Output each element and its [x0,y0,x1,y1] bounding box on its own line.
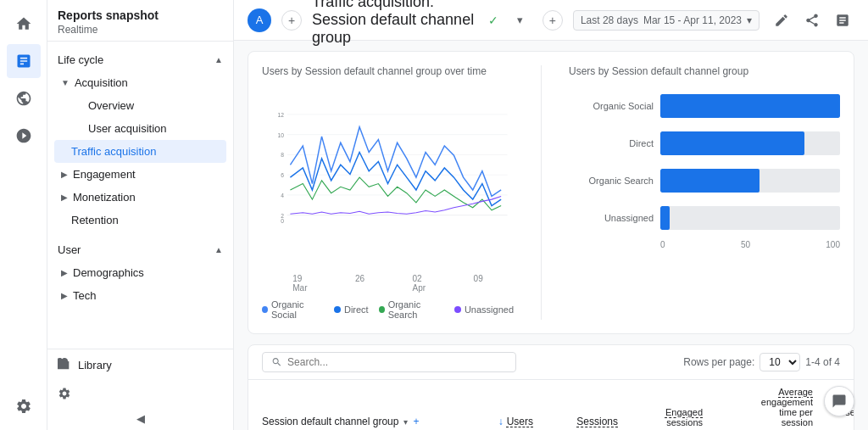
rows-per-page: Rows per page: 10 25 50 1-4 of 4 [683,353,840,371]
add-view-button[interactable]: + [281,10,302,31]
user-section[interactable]: User ▲ [47,238,233,261]
search-icon [271,356,282,368]
col-header-avg[interactable]: Average engagement time per session [703,387,813,427]
bar-x-0: 0 [660,240,665,249]
feedback-button[interactable] [824,386,854,416]
bar-label-organic-search: Organic Search [569,176,654,186]
sidebar: Reports snapshot Realtime Life cycle ▲ ▼… [47,0,234,430]
explore-icon[interactable] [7,81,41,115]
col-header-users[interactable]: ↓ Users [448,416,533,427]
advertising-icon[interactable] [7,119,41,153]
collapse-sidebar-button[interactable]: ◀ [47,407,233,430]
bar-row-organic-search: Organic Search [569,169,840,193]
col-header-engaged[interactable]: Engaged sessions [618,407,703,427]
sidebar-item-retention[interactable]: Retention [47,209,233,232]
date-range-picker[interactable]: Last 28 days Mar 15 - Apr 11, 2023 ▾ [573,10,760,31]
bar-fill-organic-social [660,94,840,118]
bar-row-unassigned: Unassigned [569,206,840,230]
avatar-button[interactable]: A [248,8,271,32]
pagination-info: 1-4 of 4 [805,356,840,368]
bar-track-organic-social [660,94,840,118]
sidebar-item-acquisition[interactable]: ▼ Acquisition [47,71,233,94]
sidebar-item-traffic-acquisition[interactable]: Traffic acquisition [54,140,226,163]
sidebar-settings[interactable] [47,380,233,407]
svg-text:10: 10 [278,132,285,138]
bar-fill-direct [660,131,804,155]
sidebar-subtitle: Realtime [58,24,223,36]
home-icon[interactable] [7,7,41,41]
search-box[interactable] [262,352,516,372]
sidebar-item-monetization[interactable]: ▶ Monetization [47,186,233,209]
nav-rail [0,0,47,430]
toolbar-actions [770,8,854,32]
bar-x-labels: 0 50 100 [660,240,840,249]
x-label-3: 02Apr [413,274,426,293]
bar-label-unassigned: Unassigned [569,213,654,223]
search-input[interactable] [287,356,507,368]
collapse-icon: ◀ [136,412,145,425]
library-label: Library [78,359,112,371]
dropdown-arrow[interactable]: ▾ [509,8,532,32]
legend-label-organic-search: Organic Search [388,299,444,320]
legend-label-unassigned: Unassigned [465,304,514,315]
legend-dot-organic-search [379,306,385,313]
bar-fill-organic-search [660,169,760,193]
bar-track-direct [660,131,840,155]
col-header-session[interactable]: Session default channel group ▾ + [262,416,448,427]
bar-track-unassigned [660,206,840,230]
bar-row-organic-social: Organic Social [569,94,840,118]
svg-text:12: 12 [278,112,285,118]
filter-icon[interactable]: ▾ [403,417,408,427]
chart-legend: Organic Social Direct Organic Search [262,299,514,320]
x-label-4: 09 [474,274,483,293]
feedback-icon [832,394,847,409]
legend-organic-social: Organic Social [262,299,324,320]
col-header-sessions[interactable]: Sessions [533,416,618,427]
bar-x-50: 50 [741,240,750,249]
insights-icon[interactable] [831,8,854,32]
sidebar-library[interactable]: Library [47,349,233,380]
table-panel: Rows per page: 10 25 50 1-4 of 4 Session… [248,344,854,430]
settings-rail-icon[interactable] [7,389,41,423]
share-icon[interactable] [800,8,824,32]
table-toolbar: Rows per page: 10 25 50 1-4 of 4 [248,345,854,380]
legend-label-direct: Direct [344,304,369,315]
avatar-label: A [256,14,264,26]
sidebar-item-overview[interactable]: Overview [47,94,233,117]
edit-icon[interactable] [770,8,793,32]
bar-track-organic-search [660,169,840,193]
bar-row-direct: Direct [569,131,840,155]
date-label: Last 28 days [581,14,638,26]
sort-down-icon: ↓ [498,416,504,427]
sidebar-item-user-acquisition[interactable]: User acquisition [47,117,233,140]
line-chart-title: Users by Session default channel group o… [262,65,514,77]
bar-label-organic-social: Organic Social [569,101,654,111]
legend-direct: Direct [334,299,369,320]
sidebar-item-tech[interactable]: ▶ Tech [47,284,233,307]
date-range-value: Mar 15 - Apr 11, 2023 [643,14,742,26]
add-column-icon[interactable]: + [413,416,419,427]
chart-x-labels: 19Mar 26 02Apr 09 [262,274,514,293]
bar-chart-section: Users by Session default channel group O… [569,65,840,320]
legend-organic-search: Organic Search [379,299,444,320]
lifecycle-label: Life cycle [58,53,103,66]
x-label-1: 19Mar [292,274,307,293]
reports-icon[interactable] [7,44,41,78]
sidebar-item-demographics[interactable]: ▶ Demographics [47,261,233,284]
verify-icon: ✓ [488,14,498,27]
rows-per-page-label: Rows per page: [683,356,754,368]
svg-text:0: 0 [281,218,284,224]
legend-unassigned: Unassigned [454,299,514,320]
sidebar-item-engagement[interactable]: ▶ Engagement [47,163,233,186]
bar-label-direct: Direct [569,138,654,148]
line-chart-container: 12 10 8 6 4 2 0 [262,87,514,274]
bar-fill-unassigned [660,206,670,230]
lifecycle-section[interactable]: Life cycle ▲ [47,48,233,71]
sidebar-title: Reports snapshot [58,8,223,22]
top-bar: A + Traffic acquisition: Session default… [234,0,868,41]
rows-per-page-select[interactable]: 10 25 50 [760,353,800,371]
charts-panel: Users by Session default channel group o… [248,51,854,334]
add-comparison-button[interactable]: + [542,10,563,31]
line-chart-section: Users by Session default channel group o… [262,65,514,320]
legend-dot-direct [334,306,341,313]
